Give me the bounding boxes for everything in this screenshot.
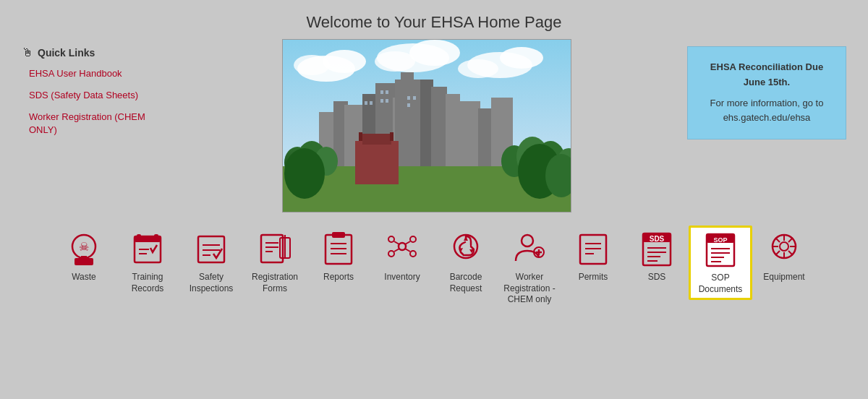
safety-inspections-icon (192, 230, 231, 269)
worker-registration-label: WorkerRegistration -CHEM only (503, 272, 555, 306)
waste-label: Waste (72, 272, 96, 283)
quick-link-item[interactable]: SDS (Safety Data Sheets) (29, 88, 166, 101)
registration-forms-icon-item[interactable]: RegistrationForms (243, 226, 307, 299)
svg-text:SDS: SDS (650, 235, 665, 243)
safety-inspections-label: SafetyInspections (190, 272, 234, 294)
svg-rect-45 (355, 141, 399, 184)
svg-rect-27 (380, 99, 383, 103)
permits-icon (574, 230, 613, 269)
inventory-icon (383, 230, 422, 269)
svg-rect-19 (446, 94, 460, 170)
left-panel: 🖱 Quick Links EHSA User Handbook SDS (Sa… (22, 39, 166, 213)
svg-rect-48 (390, 132, 393, 141)
svg-point-2 (323, 50, 366, 73)
svg-line-117 (788, 238, 793, 242)
quick-links-title-text: Quick Links (38, 47, 95, 59)
svg-rect-25 (380, 90, 383, 94)
svg-point-5 (409, 40, 460, 66)
info-box-line1: For more information, go to (699, 96, 834, 111)
info-box-line2: ehs.gatech.edu/ehsa (699, 111, 834, 126)
svg-text:SOP: SOP (713, 236, 727, 244)
info-box: EHSA Reconciliation Due June 15th. For m… (687, 46, 846, 140)
sop-documents-icon-item[interactable]: SOP SOPDocuments (689, 226, 752, 300)
svg-rect-31 (407, 103, 410, 107)
equipment-icon-item[interactable]: Equipment (752, 226, 816, 288)
equipment-label: Equipment (763, 272, 804, 283)
svg-text:☠: ☠ (79, 241, 89, 253)
quick-link-item[interactable]: Worker Registration (CHEM ONLY) (29, 110, 166, 136)
permits-icon-item[interactable]: Permits (561, 226, 625, 288)
svg-rect-33 (370, 101, 373, 105)
svg-rect-73 (332, 232, 345, 238)
reports-label: Reports (323, 272, 354, 283)
svg-line-79 (394, 241, 399, 244)
svg-rect-26 (386, 90, 388, 94)
quick-link-sds[interactable]: SDS (Safety Data Sheets) (29, 90, 138, 100)
svg-rect-46 (362, 134, 391, 145)
worker-registration-icon (510, 230, 549, 269)
inventory-icon-item[interactable]: Inventory (370, 226, 434, 288)
svg-point-75 (388, 236, 394, 242)
info-box-title: EHSA Reconciliation Due June 15th. (699, 60, 834, 90)
svg-point-9 (458, 59, 498, 78)
svg-rect-18 (431, 87, 447, 170)
svg-point-8 (500, 47, 543, 69)
sds-label: SDS (648, 272, 666, 283)
worker-registration-icon-item[interactable]: WorkerRegistration -CHEM only (498, 226, 561, 310)
svg-point-87 (522, 235, 533, 246)
svg-rect-22 (460, 101, 480, 170)
waste-icon-item[interactable]: ☠ Waste (52, 226, 116, 288)
svg-line-118 (775, 251, 780, 255)
barcode-request-icon (446, 230, 485, 269)
sds-icon-item[interactable]: SDS SDS (625, 226, 689, 288)
svg-rect-32 (365, 101, 367, 105)
svg-point-78 (410, 251, 416, 257)
quick-links-list: EHSA User Handbook SDS (Safety Data Shee… (22, 66, 166, 136)
center-panel (181, 39, 673, 213)
svg-rect-56 (154, 234, 158, 240)
svg-rect-29 (407, 96, 410, 100)
svg-point-6 (375, 51, 415, 72)
registration-forms-label: RegistrationForms (252, 272, 298, 294)
svg-line-82 (405, 249, 410, 252)
svg-line-115 (775, 238, 780, 242)
barcode-request-label: BarcodeRequest (450, 272, 482, 294)
sop-documents-label: SOPDocuments (699, 273, 743, 295)
reports-icon-item[interactable]: Reports (307, 226, 370, 288)
svg-point-76 (410, 236, 416, 242)
cursor-icon: 🖱 (22, 46, 33, 59)
svg-line-116 (788, 251, 793, 255)
equipment-icon (765, 230, 804, 269)
barcode-request-icon-item[interactable]: BarcodeRequest (434, 226, 498, 299)
svg-line-81 (394, 249, 399, 252)
hero-image (282, 39, 571, 213)
svg-rect-28 (386, 99, 388, 103)
svg-rect-30 (413, 96, 416, 100)
right-panel: EHSA Reconciliation Due June 15th. For m… (687, 39, 846, 213)
svg-rect-55 (137, 234, 141, 240)
svg-rect-20 (395, 80, 420, 170)
svg-point-74 (399, 243, 406, 250)
page-title: Welcome to Your EHSA Home Page (0, 0, 868, 39)
inventory-label: Inventory (384, 272, 420, 283)
waste-icon: ☠ (64, 230, 103, 269)
training-records-icon (128, 230, 167, 269)
sop-documents-icon: SOP (701, 231, 740, 270)
registration-forms-icon (255, 230, 294, 269)
quick-link-worker-reg[interactable]: Worker Registration (CHEM ONLY) (29, 111, 145, 135)
icons-row: ☠ Waste TrainingRecords (0, 213, 868, 310)
svg-rect-21 (401, 72, 414, 83)
svg-point-3 (294, 55, 330, 75)
svg-rect-52 (81, 256, 87, 259)
quick-link-handbook[interactable]: EHSA User Handbook (29, 68, 122, 79)
quick-link-item[interactable]: EHSA User Handbook (29, 66, 166, 80)
training-records-label: TrainingRecords (132, 272, 164, 294)
svg-point-77 (388, 251, 394, 257)
training-records-icon-item[interactable]: TrainingRecords (116, 226, 179, 299)
quick-links-header: 🖱 Quick Links (22, 46, 166, 59)
svg-line-80 (405, 241, 410, 244)
sds-icon: SDS (637, 230, 676, 269)
permits-label: Permits (579, 272, 608, 283)
svg-rect-47 (359, 132, 362, 141)
safety-inspections-icon-item[interactable]: SafetyInspections (179, 226, 243, 299)
